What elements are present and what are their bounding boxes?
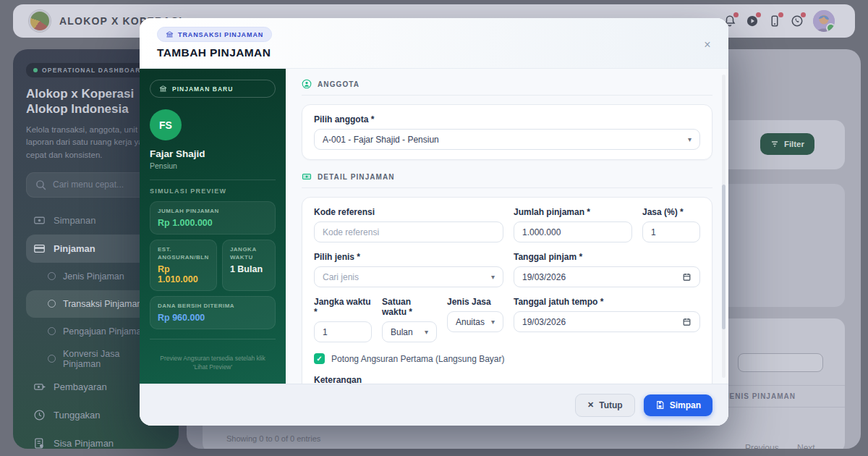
calendar-icon xyxy=(682,272,692,282)
pilih-jenis-select[interactable]: Cari jenis ▾ xyxy=(314,266,503,287)
preview-note: Preview Angsuran tersedia setelah klik '… xyxy=(150,347,276,376)
section-anggota: ANGGOTA xyxy=(302,79,712,96)
jangka-waktu-input[interactable]: 1 xyxy=(314,321,372,342)
field-jangka-waktu: Jangka waktu * 1 xyxy=(314,297,372,342)
sidebar-item-sisa-pinjaman[interactable]: Sisa Pinjaman xyxy=(26,429,166,449)
field-keterangan: Keterangan xyxy=(314,375,700,384)
detail-pinjaman-card: Kode referensi Kode referensi Jumlah pin… xyxy=(302,197,712,384)
filter-button[interactable]: Filter xyxy=(760,133,814,155)
preview-card-jumlah: JUMLAH PINJAMAN Rp 1.000.000 xyxy=(150,201,276,235)
filter-icon xyxy=(770,140,779,148)
save-icon xyxy=(655,400,665,410)
credit-card-icon xyxy=(33,242,46,255)
chevron-down-icon: ▾ xyxy=(688,135,692,143)
field-satuan-waktu: Satuan waktu * Bulan ▾ xyxy=(382,297,437,342)
modal-footer: ✕ Tutup Simpan xyxy=(140,384,728,426)
anggota-card: Pilih anggota * A-001 - Fajar Shajid - P… xyxy=(302,104,712,160)
column-header-jenis-pinjaman: JENIS PINJAMAN xyxy=(725,392,796,400)
field-pilih-jenis: Pilih jenis * Cari jenis ▾ xyxy=(314,252,503,287)
bank-icon xyxy=(166,30,174,38)
radio-circle-icon xyxy=(48,327,56,335)
tanggal-jatuh-tempo-input[interactable]: 19/03/2026 xyxy=(514,311,700,332)
brand-logo xyxy=(29,10,51,32)
field-tanggal-jatuh-tempo: Tanggal jatuh tempo * 19/03/2026 xyxy=(514,297,700,342)
modal-title: TAMBAH PINJAMAN xyxy=(157,46,711,59)
online-status-dot xyxy=(826,23,835,32)
pinjaman-baru-badge: PINJAMAN BARU xyxy=(150,80,276,98)
savings-icon xyxy=(33,214,46,227)
tambah-pinjaman-modal: TRANSAKSI PINJAMAN TAMBAH PINJAMAN × PIN… xyxy=(140,18,728,426)
radio-circle-icon xyxy=(48,272,56,280)
tanggal-pinjam-input[interactable]: 19/03/2026 xyxy=(514,266,700,287)
calendar-icon xyxy=(682,317,692,326)
simpan-button[interactable]: Simpan xyxy=(644,394,712,416)
radio-circle-icon xyxy=(48,300,56,308)
bank-plus-icon xyxy=(159,85,167,93)
potong-angsuran-checkbox-row[interactable]: ✓ Potong Angsuran Pertama (Langsung Baya… xyxy=(314,353,700,364)
entries-info: Showing 0 to 0 of 0 entries xyxy=(226,434,320,443)
pilih-anggota-select[interactable]: A-001 - Fajar Shajid - Pensiun ▾ xyxy=(314,129,700,150)
field-tanggal-pinjam: Tanggal pinjam * 19/03/2026 xyxy=(514,252,700,287)
notification-dot xyxy=(801,12,806,17)
radio-circle-icon xyxy=(48,355,56,363)
green-dot-icon xyxy=(33,68,38,72)
simulasi-preview-label: SIMULASI PREVIEW xyxy=(150,187,276,195)
form-scrollbar-thumb[interactable] xyxy=(722,185,726,329)
field-jumlah-pinjaman: Jumlah pinjaman * 1.000.000 xyxy=(514,207,632,242)
mobile-phone-icon[interactable] xyxy=(768,14,781,28)
field-jasa: Jasa (%) * 1 xyxy=(642,207,700,242)
member-role: Pensiun xyxy=(150,161,276,170)
preview-card-jangka-waktu: JANGKA WAKTU 1 Bulan xyxy=(222,240,276,291)
field-kode-referensi: Kode referensi Kode referensi xyxy=(314,207,503,242)
preview-card-angsuran: EST. ANGSURAN/BLN Rp 1.010.000 xyxy=(150,240,217,291)
search-icon xyxy=(35,179,47,191)
notification-dot xyxy=(756,12,761,17)
user-avatar[interactable] xyxy=(813,10,835,32)
document-icon xyxy=(33,437,46,449)
member-name: Fajar Shajid xyxy=(150,148,276,159)
app-root: ALOKOP X KOPERASI xyxy=(0,0,868,456)
field-jenis-jasa: Jenis Jasa Anuitas ▾ xyxy=(447,297,503,342)
play-icon[interactable] xyxy=(746,14,759,28)
loan-form: ANGGOTA Pilih anggota * A-001 - Fajar Sh… xyxy=(286,69,728,384)
pagination-previous[interactable]: Previous xyxy=(745,443,779,449)
chevron-down-icon: ▾ xyxy=(491,318,495,326)
modal-badge: TRANSAKSI PINJAMAN xyxy=(157,27,272,42)
checkbox-checked-icon[interactable]: ✓ xyxy=(314,353,325,364)
tutup-button[interactable]: ✕ Tutup xyxy=(575,394,635,417)
close-icon[interactable]: × xyxy=(699,37,715,53)
payment-icon xyxy=(33,381,46,393)
search-placeholder: Cari menu cepat... xyxy=(53,180,124,190)
notification-dot xyxy=(778,12,783,17)
chevron-down-icon: ▾ xyxy=(491,273,495,281)
member-avatar: FS xyxy=(150,109,182,140)
member-icon xyxy=(302,79,312,89)
clock-icon xyxy=(33,409,46,421)
banknote-icon xyxy=(302,172,312,182)
whatsapp-icon[interactable] xyxy=(791,14,804,28)
pagination-next[interactable]: Next xyxy=(797,443,815,449)
x-icon: ✕ xyxy=(587,400,594,410)
preview-card-dana-bersih: DANA BERSIH DITERIMA Rp 960.000 xyxy=(150,296,276,329)
jasa-input[interactable]: 1 xyxy=(642,221,700,242)
dashboard-badge: OPERATIONAL DASHBOARD xyxy=(26,63,153,77)
kode-referensi-input[interactable]: Kode referensi xyxy=(314,221,503,242)
jumlah-pinjaman-input[interactable]: 1.000.000 xyxy=(514,221,632,242)
modal-header: TRANSAKSI PINJAMAN TAMBAH PINJAMAN × xyxy=(140,18,728,69)
satuan-waktu-select[interactable]: Bulan ▾ xyxy=(382,321,437,342)
loan-summary-panel: PINJAMAN BARU FS Fajar Shajid Pensiun SI… xyxy=(140,69,286,384)
section-detail-pinjaman: DETAIL PINJAMAN xyxy=(302,172,712,188)
notification-dot xyxy=(733,12,739,17)
jenis-jasa-select[interactable]: Anuitas ▾ xyxy=(447,311,503,332)
table-search-input[interactable] xyxy=(738,353,823,372)
dashboard-badge-label: OPERATIONAL DASHBOARD xyxy=(42,67,146,74)
chevron-down-icon: ▾ xyxy=(425,328,428,336)
